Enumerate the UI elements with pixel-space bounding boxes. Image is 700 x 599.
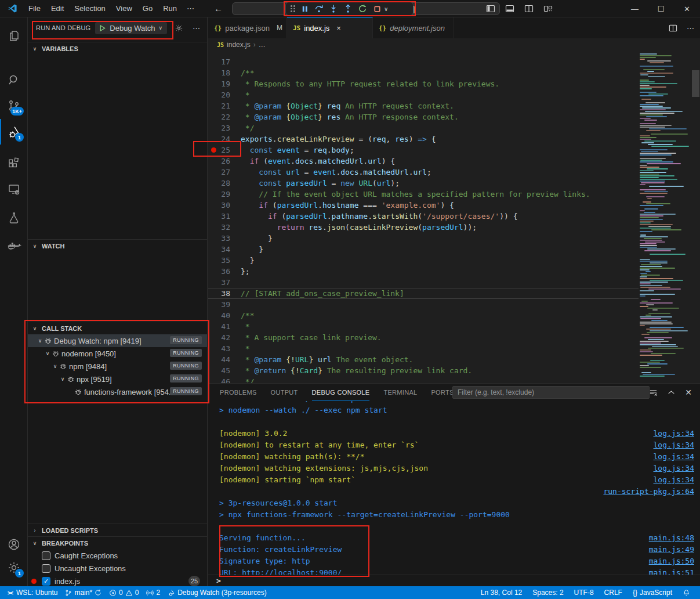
run-and-debug-icon[interactable]: 1 <box>0 119 27 145</box>
problems-item[interactable]: 0 0 <box>106 586 142 599</box>
code-line-44[interactable]: 44 * @param {!URL} url The event object. <box>208 354 639 365</box>
source-link[interactable]: main.js:49 <box>649 544 694 555</box>
toggle-panel-icon[interactable] <box>504 4 516 13</box>
code-line-30[interactable]: 30 if (parsedUrl.hostname === 'example.c… <box>208 200 639 211</box>
panel-tab-output[interactable]: OUTPUT <box>271 384 298 401</box>
menu-edit[interactable]: Edit <box>46 4 69 13</box>
code-line-34[interactable]: 34 } <box>208 244 639 255</box>
code-line-33[interactable]: 33 } <box>208 233 639 244</box>
code-line-26[interactable]: 26 if (event.docs.matchedUrl.url) { <box>208 156 639 167</box>
split-editor-icon[interactable] <box>523 4 535 13</box>
views-more-actions-icon[interactable]: ⋯ <box>193 24 200 33</box>
code-line-21[interactable]: 21 * @param {Object} req An HTTP request… <box>208 100 639 111</box>
code-line-22[interactable]: 22 * @param {Object} res An HTTP respons… <box>208 111 639 122</box>
call-stack-row[interactable]: ∨npx [9519]RUNNING <box>28 373 207 385</box>
notifications-bell-icon[interactable] <box>680 586 693 599</box>
explorer-icon[interactable] <box>0 23 27 49</box>
menu-go[interactable]: Go <box>137 4 158 13</box>
breakpoint-file-row[interactable]: ✓ index.js 25 <box>28 575 207 587</box>
loaded-scripts-section-header[interactable]: › LOADED SCRIPTS <box>28 524 207 536</box>
maximize-button[interactable]: ☐ <box>648 0 674 17</box>
restart-button[interactable] <box>357 3 368 14</box>
code-line-42[interactable]: 42 * A support case link preview. <box>208 332 639 343</box>
exception-checkbox[interactable] <box>42 564 50 573</box>
step-into-button[interactable] <box>328 3 339 14</box>
breadcrumb[interactable]: JS index.js › … <box>208 38 700 51</box>
watch-section-header[interactable]: ∨ WATCH <box>28 239 207 252</box>
code-line-41[interactable]: 41 * <box>208 321 639 332</box>
accounts-icon[interactable] <box>0 532 27 557</box>
code-line-32[interactable]: 32 return res.json(caseLinkPreview(parse… <box>208 222 639 233</box>
call-stack-row[interactable]: functions-framework [954...RUNNING <box>28 385 207 398</box>
source-link[interactable]: log.js:34 <box>654 463 694 474</box>
manage-gear-icon[interactable]: 1 <box>0 555 27 580</box>
exception-breakpoint-row[interactable]: Uncaught Exceptions <box>28 562 207 575</box>
code-line-17[interactable]: 17 <box>208 56 639 67</box>
console-filter-input[interactable] <box>452 386 650 399</box>
breakpoints-section-header[interactable]: ∨ BREAKPOINTS <box>28 536 207 549</box>
close-panel-icon[interactable]: ✕ <box>685 388 692 397</box>
source-link[interactable]: log.js:34 <box>654 428 694 439</box>
menu-overflow-icon[interactable]: ⋯ <box>182 4 199 13</box>
menu-file[interactable]: File <box>23 4 46 13</box>
code-line-27[interactable]: 27 const url = event.docs.matchedUrl.url… <box>208 167 639 178</box>
source-link[interactable]: run-script-pkg.js:64 <box>603 486 694 497</box>
console-input[interactable]: > <box>208 575 700 586</box>
testing-icon[interactable] <box>0 205 27 231</box>
call-stack-row[interactable]: ∨nodemon [9450]RUNNING <box>28 347 207 360</box>
source-link[interactable]: main.js:51 <box>649 567 694 575</box>
encoding[interactable]: UTF-8 <box>571 586 597 599</box>
menu-run[interactable]: Run <box>158 4 182 13</box>
variables-section-header[interactable]: ∨ VARIABLES <box>28 42 207 55</box>
source-link[interactable]: log.js:34 <box>654 474 694 486</box>
remote-explorer-icon[interactable] <box>0 176 27 202</box>
source-link[interactable]: main.js:48 <box>649 532 694 544</box>
menu-selection[interactable]: Selection <box>69 4 110 13</box>
close-window-button[interactable]: ✕ <box>674 0 700 17</box>
indentation[interactable]: Spaces: 2 <box>529 586 566 599</box>
editor-scrollbar[interactable] <box>691 51 700 383</box>
close-tab-icon[interactable]: × <box>336 24 341 33</box>
search-icon[interactable] <box>0 67 27 93</box>
source-control-icon[interactable]: 1K+ <box>0 93 27 118</box>
code-line-46[interactable]: 46 */ <box>208 376 639 383</box>
ports-item[interactable]: 2 <box>143 586 163 599</box>
call-stack-row[interactable]: ∨npm [9484]RUNNING <box>28 360 207 373</box>
stop-button[interactable] <box>372 3 382 14</box>
maximize-panel-icon[interactable] <box>668 389 675 396</box>
source-link[interactable]: log.js:34 <box>654 451 694 463</box>
menu-view[interactable]: View <box>111 4 137 13</box>
code-line-35[interactable]: 35 } <box>208 255 639 266</box>
minimap[interactable] <box>639 51 691 383</box>
breakpoint-checkbox[interactable]: ✓ <box>42 577 50 586</box>
debug-session-item[interactable]: Debug Watch (3p-resources) <box>165 586 270 599</box>
editor-more-actions-icon[interactable]: ⋯ <box>687 24 694 33</box>
code-line-37[interactable]: 37 <box>208 277 639 288</box>
code-line-36[interactable]: 36}; <box>208 266 639 277</box>
exception-breakpoint-row[interactable]: Caught Exceptions <box>28 549 207 562</box>
pause-button[interactable] <box>299 3 310 14</box>
nav-back-icon[interactable]: ← <box>214 3 223 13</box>
tab-index-js[interactable]: JS index.js × <box>287 17 373 38</box>
code-line-31[interactable]: 31 if (parsedUrl.pathname.startsWith('/s… <box>208 211 639 222</box>
eol-sequence[interactable]: CRLF <box>601 586 625 599</box>
remote-indicator[interactable]: >< WSL: Ubuntu <box>5 586 60 599</box>
panel-tab-terminal[interactable]: TERMINAL <box>383 384 417 401</box>
exception-checkbox[interactable] <box>42 551 50 560</box>
debug-settings-gear-icon[interactable] <box>175 24 183 33</box>
code-line-18[interactable]: 18/** <box>208 67 639 78</box>
docker-icon[interactable] <box>0 233 27 259</box>
customize-layout-icon[interactable] <box>542 4 554 13</box>
code-line-24[interactable]: 24exports.createLinkPreview = (req, res)… <box>208 133 639 145</box>
code-line-43[interactable]: 43 * <box>208 343 639 354</box>
code-line-40[interactable]: 40/** <box>208 310 639 321</box>
debug-config-dropdown[interactable]: Debug Watch ∨ <box>95 22 167 34</box>
language-mode[interactable]: {} JavaScript <box>630 586 675 599</box>
call-stack-row[interactable]: ∨Debug Watch: npm [9419]RUNNING <box>28 334 207 347</box>
scrollbar-thumb[interactable] <box>692 70 699 97</box>
breakpoint-dot[interactable] <box>211 147 216 153</box>
code-line-28[interactable]: 28 const parsedUrl = new URL(url); <box>208 178 639 189</box>
panel-tab-debug-console[interactable]: DEBUG CONSOLE <box>312 384 370 401</box>
step-out-button[interactable] <box>343 3 353 14</box>
code-editor[interactable]: 1718/**19 * Responds to any HTTP request… <box>208 51 639 383</box>
